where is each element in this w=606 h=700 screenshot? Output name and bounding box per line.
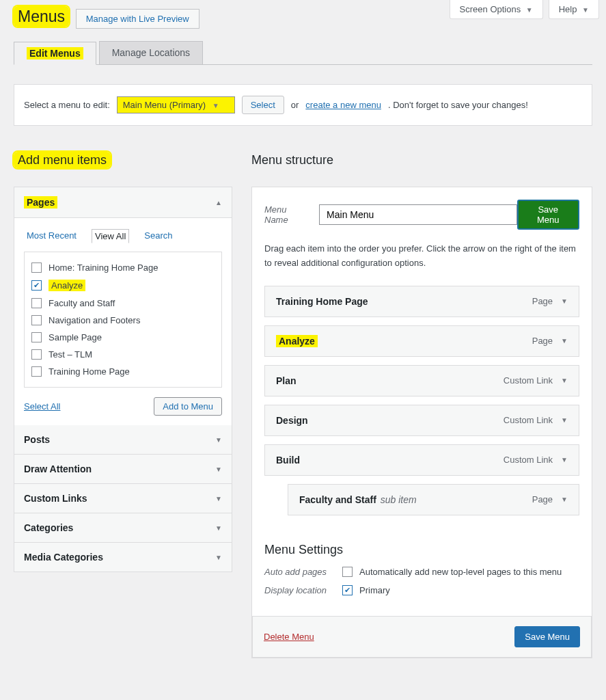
metabox-title: Custom Links (24, 493, 87, 504)
menu-select-value: Main Menu (Primary) (123, 100, 206, 110)
menu-item-title: Faculty and Staff (299, 494, 376, 505)
menu-bar-tail: . Don't forget to save your changes! (388, 100, 528, 110)
display-location-label: Display location (264, 585, 335, 595)
metabox-toggle[interactable]: Categories▼ (14, 513, 232, 542)
delete-menu-link[interactable]: Delete Menu (264, 632, 314, 642)
caret-down-icon: ▼ (582, 6, 589, 14)
metabox-toggle[interactable]: Posts▼ (14, 425, 232, 454)
metabox-title: Categories (24, 522, 73, 533)
page-check-item[interactable]: Test – TLM (31, 346, 215, 363)
menu-item[interactable]: DesignCustom Link▼ (264, 405, 579, 436)
page-check-item[interactable]: Home: Training Home Page (31, 259, 215, 276)
page-check-label: Analyze (49, 280, 85, 291)
page-check-item[interactable]: Training Home Page (31, 363, 215, 380)
menu-item-type: Page (532, 494, 553, 504)
caret-down-icon: ▼ (526, 6, 533, 14)
subtab-search[interactable]: Search (141, 229, 175, 243)
page-check-label: Home: Training Home Page (49, 262, 158, 273)
caret-down-icon: ▼ (561, 337, 568, 345)
caret-down-icon: ▼ (561, 377, 568, 384)
pages-metabox-toggle[interactable]: Pages ▲ (14, 187, 232, 218)
checkbox[interactable] (31, 315, 42, 325)
page-check-label: Sample Page (49, 332, 102, 342)
display-location-text: Primary (359, 585, 390, 595)
add-to-menu-button[interactable]: Add to Menu (154, 397, 222, 416)
caret-down-icon: ▼ (215, 554, 222, 561)
menu-item[interactable]: AnalyzePage▼ (264, 325, 579, 357)
caret-down-icon: ▼ (561, 416, 568, 424)
save-menu-button-top[interactable]: Save Menu (517, 200, 579, 230)
menu-name-label: Menu Name (264, 204, 311, 225)
caret-down-icon: ▼ (561, 456, 568, 463)
page-check-item[interactable]: Navigation and Footers (31, 312, 215, 329)
manage-live-preview-button[interactable]: Manage with Live Preview (76, 9, 199, 29)
metabox-toggle[interactable]: Media Categories▼ (14, 543, 232, 571)
menu-item[interactable]: BuildCustom Link▼ (264, 444, 579, 476)
save-menu-button-bottom[interactable]: Save Menu (514, 626, 580, 647)
menu-item-title: Analyze (276, 335, 318, 347)
caret-down-icon: ▼ (215, 436, 222, 444)
menu-item-title: Design (276, 415, 308, 426)
instructions-text: Drag each item into the order you prefer… (264, 242, 579, 271)
caret-down-icon: ▼ (215, 495, 222, 502)
metabox-toggle[interactable]: Draw Attention▼ (14, 455, 232, 483)
page-check-label: Training Home Page (49, 366, 130, 377)
add-menu-items-heading: Add menu items (14, 153, 232, 167)
menu-item-type: Page (532, 296, 553, 306)
tab-edit-menus[interactable]: Edit Menus (14, 42, 96, 65)
caret-down-icon: ▼ (212, 102, 219, 109)
help-button[interactable]: Help ▼ (549, 0, 599, 19)
metabox-title: Media Categories (24, 552, 103, 563)
page-title: Menus (14, 7, 69, 27)
caret-up-icon: ▲ (215, 199, 222, 206)
subtab-most-recent[interactable]: Most Recent (24, 229, 79, 243)
auto-add-label: Auto add pages (264, 567, 335, 577)
page-check-label: Navigation and Footers (49, 315, 140, 325)
menu-item[interactable]: PlanCustom Link▼ (264, 365, 579, 396)
checkbox[interactable] (31, 349, 42, 360)
menu-item-sub-label: sub item (381, 494, 417, 505)
menu-settings-heading: Menu Settings (264, 543, 579, 557)
or-text: or (291, 100, 299, 110)
select-menu-label: Select a menu to edit: (24, 100, 110, 110)
menu-item-title: Build (276, 455, 300, 466)
checkbox[interactable]: ✔ (31, 280, 42, 291)
menu-select[interactable]: Main Menu (Primary) ▼ (117, 96, 235, 113)
menu-item-title: Training Home Page (276, 296, 368, 307)
page-check-item[interactable]: Sample Page (31, 329, 215, 346)
subtab-view-all[interactable]: View All (92, 229, 129, 243)
metabox-title: Draw Attention (24, 463, 92, 474)
menu-structure-heading: Menu structure (251, 153, 592, 167)
menu-item-type: Custom Link (504, 455, 553, 465)
auto-add-text: Automatically add new top-level pages to… (359, 567, 562, 577)
menu-item[interactable]: Faculty and Staffsub itemPage▼ (288, 484, 579, 515)
menu-item[interactable]: Training Home PagePage▼ (264, 286, 579, 317)
display-location-checkbox[interactable]: ✔ (342, 585, 353, 595)
auto-add-checkbox[interactable] (342, 567, 353, 577)
caret-down-icon: ▼ (561, 496, 568, 503)
metabox-title: Posts (24, 434, 50, 445)
page-check-item[interactable]: Faculty and Staff (31, 295, 215, 312)
checkbox[interactable] (31, 298, 42, 308)
metabox-toggle[interactable]: Custom Links▼ (14, 484, 232, 513)
tab-manage-locations[interactable]: Manage Locations (99, 41, 203, 64)
select-all-link[interactable]: Select All (24, 401, 60, 412)
page-check-label: Faculty and Staff (49, 298, 115, 308)
menu-item-type: Custom Link (504, 415, 553, 425)
menu-item-title: Plan (276, 375, 297, 386)
screen-options-button[interactable]: Screen Options ▼ (450, 0, 543, 19)
caret-down-icon: ▼ (561, 297, 568, 305)
screen-options-label: Screen Options (460, 4, 521, 14)
help-label: Help (559, 4, 577, 14)
checkbox[interactable] (31, 332, 42, 342)
create-new-menu-link[interactable]: create a new menu (305, 100, 381, 110)
pages-metabox-title: Pages (24, 196, 57, 208)
select-button[interactable]: Select (242, 96, 284, 114)
caret-down-icon: ▼ (215, 524, 222, 532)
menu-name-input[interactable] (319, 204, 517, 225)
checkbox[interactable] (31, 262, 42, 273)
menu-item-type: Custom Link (504, 375, 553, 386)
checkbox[interactable] (31, 366, 42, 377)
page-check-item[interactable]: ✔Analyze (31, 276, 215, 295)
page-check-label: Test – TLM (49, 349, 92, 360)
